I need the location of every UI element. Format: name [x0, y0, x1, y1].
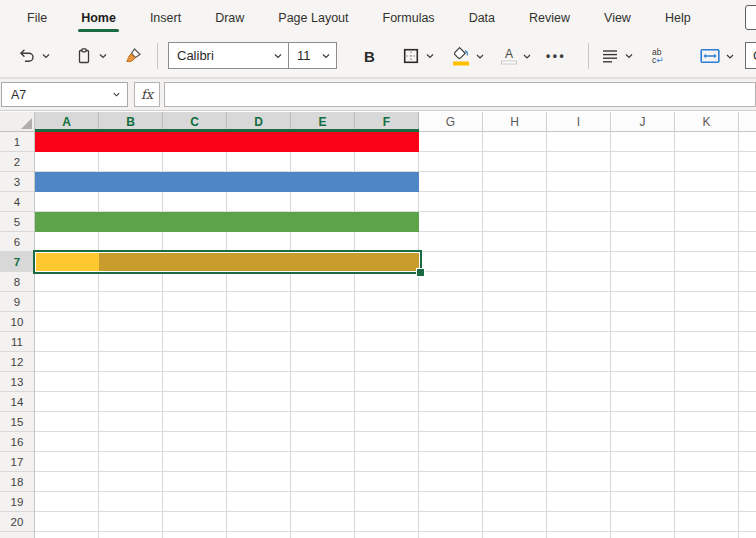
- font-color-letter: A: [505, 48, 513, 60]
- wrap-return-arrow: ↵: [656, 55, 664, 65]
- column-header-i[interactable]: I: [547, 112, 611, 131]
- chevron-down-icon: [273, 51, 288, 61]
- wrap-text-button[interactable]: ab c↵: [652, 48, 664, 64]
- row-header-3[interactable]: 3: [0, 172, 34, 192]
- row-header-18[interactable]: 18: [0, 472, 34, 492]
- row-header-13[interactable]: 13: [0, 372, 34, 392]
- row-headers: 1234567891011121314151617181920: [0, 132, 35, 538]
- selection-outline[interactable]: [33, 250, 422, 274]
- row-header-20[interactable]: 20: [0, 512, 34, 532]
- row-header-2[interactable]: 2: [0, 152, 34, 172]
- menu-item-file[interactable]: File: [10, 0, 64, 35]
- toolbar-divider: [157, 43, 158, 69]
- row-header-10[interactable]: 10: [0, 312, 34, 332]
- row-header-19[interactable]: 19: [0, 492, 34, 512]
- toolbar-divider: [588, 43, 589, 69]
- cell-fill-row3-A-F[interactable]: [35, 172, 419, 192]
- menubar-right-clipped-box[interactable]: [745, 5, 756, 30]
- fill-color-button[interactable]: [452, 47, 485, 66]
- chevron-down-icon: [475, 51, 485, 61]
- column-header-partial[interactable]: [739, 112, 756, 131]
- fill-color-icon: [452, 47, 470, 66]
- font-name-value: Calibri: [169, 48, 273, 63]
- font-color-swatch: [501, 61, 517, 65]
- chevron-down-icon: [98, 51, 108, 61]
- number-format-box-clipped[interactable]: G: [745, 42, 756, 69]
- menu-bar: FileHomeInsertDrawPage LayoutFormulasDat…: [0, 0, 756, 35]
- undo-button[interactable]: [18, 47, 51, 65]
- more-options-button[interactable]: •••: [546, 49, 566, 63]
- row-header-5[interactable]: 5: [0, 212, 34, 232]
- select-all-corner[interactable]: [0, 112, 35, 132]
- more-options-icon: •••: [546, 49, 566, 63]
- row-header-15[interactable]: 15: [0, 412, 34, 432]
- borders-button[interactable]: [402, 47, 435, 65]
- ribbon-toolbar: Calibri 11 B: [0, 35, 756, 77]
- paste-clipboard-icon: [75, 47, 93, 65]
- column-header-j[interactable]: J: [611, 112, 675, 131]
- undo-icon: [18, 47, 36, 65]
- fx-button[interactable]: fx: [134, 82, 160, 107]
- menu-item-review[interactable]: Review: [512, 0, 587, 35]
- merge-center-button[interactable]: [700, 49, 735, 64]
- row-header-4[interactable]: 4: [0, 192, 34, 212]
- bold-button[interactable]: B: [364, 48, 375, 65]
- menu-item-home[interactable]: Home: [64, 0, 133, 35]
- row-header-6[interactable]: 6: [0, 232, 34, 252]
- selected-columns-underline: [35, 129, 419, 132]
- chevron-down-icon: [522, 51, 532, 61]
- chevron-down-icon: [624, 51, 634, 61]
- cells-area[interactable]: [35, 132, 756, 538]
- merge-center-icon: [700, 49, 720, 64]
- column-header-g[interactable]: G: [419, 112, 483, 131]
- chevron-down-icon: [321, 51, 336, 61]
- menu-item-page-layout[interactable]: Page Layout: [261, 0, 365, 35]
- chevron-down-icon: [425, 51, 435, 61]
- borders-icon: [402, 47, 420, 65]
- bold-label: B: [364, 48, 375, 65]
- column-header-h[interactable]: H: [483, 112, 547, 131]
- name-box[interactable]: A7: [1, 82, 128, 107]
- font-name-combobox[interactable]: Calibri: [168, 42, 289, 69]
- chevron-down-icon: [725, 51, 735, 61]
- menu-item-draw[interactable]: Draw: [198, 0, 261, 35]
- wrap-text-icon: ab c↵: [652, 48, 664, 64]
- row-header-7[interactable]: 7: [0, 252, 34, 272]
- font-size-value: 11: [289, 48, 321, 63]
- row-header-9[interactable]: 9: [0, 292, 34, 312]
- row-header-1[interactable]: 1: [0, 132, 34, 152]
- row-header-16[interactable]: 16: [0, 432, 34, 452]
- name-box-value: A7: [2, 88, 112, 102]
- row-header-17[interactable]: 17: [0, 452, 34, 472]
- cell-fill-row1-A-F[interactable]: [35, 132, 419, 152]
- chevron-down-icon: [112, 90, 127, 99]
- font-size-combobox[interactable]: 11: [288, 42, 337, 69]
- menu-item-formulas[interactable]: Formulas: [366, 0, 452, 35]
- fx-label: fx: [141, 87, 153, 102]
- cell-fill-row5-A-F[interactable]: [35, 212, 419, 232]
- menu-item-insert[interactable]: Insert: [133, 0, 198, 35]
- column-header-k[interactable]: K: [675, 112, 739, 131]
- spreadsheet-grid: ABCDEFGHIJK 1234567891011121314151617181…: [0, 112, 756, 538]
- formula-bar: A7 fx: [0, 79, 756, 111]
- menu-item-help[interactable]: Help: [648, 0, 708, 35]
- row-header-11[interactable]: 11: [0, 332, 34, 352]
- format-painter-icon: [124, 47, 143, 66]
- fill-color-swatch: [453, 62, 469, 66]
- row-header-8[interactable]: 8: [0, 272, 34, 292]
- paste-button[interactable]: [75, 47, 108, 65]
- font-color-icon: A: [501, 48, 517, 65]
- font-color-button[interactable]: A: [501, 48, 532, 65]
- fill-handle[interactable]: [416, 268, 425, 277]
- menu-item-data[interactable]: Data: [452, 0, 512, 35]
- menu-item-view[interactable]: View: [587, 0, 648, 35]
- format-painter-button[interactable]: [124, 47, 143, 66]
- chevron-down-icon: [41, 51, 51, 61]
- select-all-triangle-icon: [21, 118, 32, 129]
- row-header-14[interactable]: 14: [0, 392, 34, 412]
- formula-input[interactable]: [164, 82, 756, 107]
- row-header-12[interactable]: 12: [0, 352, 34, 372]
- align-button[interactable]: [601, 48, 634, 64]
- align-icon: [601, 48, 619, 64]
